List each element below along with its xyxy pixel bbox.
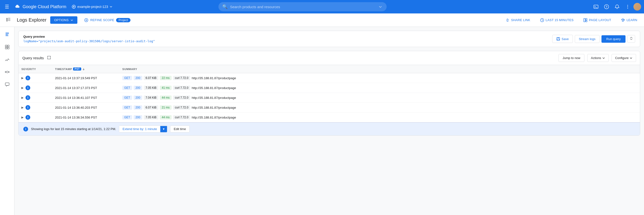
- size-badge: 7.05 KiB: [144, 115, 158, 120]
- row-expand-icon[interactable]: ▶: [22, 96, 24, 99]
- timestamp-cell: 2021-01-14 13:36:41.107 PST: [52, 93, 120, 103]
- method-badge: GET: [122, 105, 132, 110]
- top-nav-actions: [591, 2, 641, 11]
- status-badge: 200: [134, 115, 142, 120]
- info-icon: i: [26, 115, 30, 120]
- row-expand-icon[interactable]: ▶: [22, 76, 24, 80]
- jump-to-now-button[interactable]: Jump to now: [558, 54, 584, 62]
- row-expand-icon[interactable]: ▶: [22, 86, 24, 89]
- col-summary: SUMMARY: [120, 65, 640, 73]
- timestamp-cell: 2021-01-14 13:37:17.373 PST: [52, 83, 120, 93]
- row-expand-icon[interactable]: ▶: [22, 116, 24, 119]
- summary-cell: GET 200 7.05 KiB 41 ms curl 7.72.0 http:…: [120, 83, 640, 93]
- options-button[interactable]: OPTIONS: [50, 16, 77, 24]
- timezone-badge[interactable]: PST: [73, 67, 81, 71]
- search-icon: 🔍: [222, 4, 228, 9]
- extend-time-button[interactable]: Extend time by: 1 minute ▼: [119, 126, 167, 132]
- url-value: http://35.188.81.87/productpage: [192, 106, 236, 109]
- terminal-icon: [593, 4, 598, 9]
- svg-point-7: [627, 8, 628, 9]
- results-header: Query results Jump to now Actions: [18, 51, 640, 65]
- expand-query-button[interactable]: [628, 35, 635, 43]
- share-link-button[interactable]: SHARE LINK: [502, 16, 533, 24]
- avatar[interactable]: [634, 3, 641, 10]
- sidebar-item-trace[interactable]: [2, 66, 13, 78]
- project-badge: Project: [116, 18, 130, 22]
- svg-point-5: [627, 5, 628, 6]
- method-badge: GET: [122, 86, 132, 90]
- page-layout-button[interactable]: PAGE LAYOUT: [580, 16, 614, 24]
- more-menu-button[interactable]: [623, 2, 632, 11]
- refine-scope-button[interactable]: REFINE SCOPE Project: [81, 16, 133, 24]
- size-badge: 7.04 KiB: [144, 95, 158, 100]
- size-badge: 6.07 KiB: [144, 105, 158, 110]
- svg-point-6: [627, 6, 628, 7]
- extend-time-arrow-button[interactable]: ▼: [160, 126, 167, 132]
- sidebar-item-messages[interactable]: [2, 79, 13, 90]
- status-badge: 200: [134, 95, 142, 100]
- notifications-button[interactable]: [612, 2, 622, 11]
- status-badge: 200: [134, 76, 142, 80]
- more-vert-icon: [625, 4, 630, 9]
- expand-results-icon[interactable]: [46, 55, 52, 61]
- sidebar: [0, 27, 14, 215]
- summary-cell: GET 200 6.07 KiB 22 ms curl 7.72.0 http:…: [120, 73, 640, 83]
- table-header: SEVERITY TIMESTAMP PST: [18, 65, 640, 73]
- severity-cell: ▶ i: [18, 83, 52, 93]
- terminal-button[interactable]: [591, 2, 601, 11]
- table-row[interactable]: ▶ i 2021-01-14 13:36:41.107 PST GET 200 …: [18, 93, 640, 103]
- timestamp-value: 2021-01-14 13:36:34.556 PST: [55, 116, 97, 119]
- search-expand-icon: [378, 4, 383, 9]
- edit-time-button[interactable]: Edit time: [170, 126, 190, 132]
- last-15-minutes-button[interactable]: LAST 15 MINUTES: [537, 16, 576, 24]
- bell-icon: [614, 4, 620, 9]
- svg-rect-9: [8, 18, 10, 18]
- query-preview-card: Query preview logName="projects/asm-audi…: [18, 31, 640, 47]
- actions-dropdown-button[interactable]: Actions: [587, 54, 609, 62]
- log-table: SEVERITY TIMESTAMP PST: [18, 65, 640, 122]
- table-row[interactable]: ▶ i 2021-01-14 13:37:17.373 PST GET 200 …: [18, 83, 640, 93]
- actions-chevron-icon: [602, 57, 605, 59]
- table-row[interactable]: ▶ i 2021-01-14 13:36:34.556 PST GET 200 …: [18, 113, 640, 122]
- sidebar-item-metrics[interactable]: [2, 54, 13, 65]
- extend-time-main-button[interactable]: Extend time by: 1 minute: [119, 126, 160, 132]
- svg-rect-19: [6, 33, 9, 33]
- table-row[interactable]: ▶ i 2021-01-14 13:37:19.549 PST GET 200 …: [18, 73, 640, 83]
- table-body: ▶ i 2021-01-14 13:37:19.549 PST GET 200 …: [18, 73, 640, 122]
- time-badge: 44 ms: [160, 115, 172, 120]
- configure-dropdown-button[interactable]: Configure: [612, 54, 636, 62]
- time-badge: 44 ms: [160, 95, 172, 100]
- refine-scope-icon: [84, 18, 88, 22]
- help-button[interactable]: [602, 2, 611, 11]
- sidebar-item-dashboard[interactable]: [2, 41, 13, 53]
- row-expand-icon[interactable]: ▶: [22, 106, 24, 109]
- query-preview-label: Query preview: [23, 35, 548, 38]
- method-badge: GET: [122, 95, 132, 100]
- results-card: Query results Jump to now Actions: [18, 51, 640, 136]
- page-title: Logs Explorer: [17, 17, 46, 23]
- info-icon: i: [26, 95, 30, 100]
- size-badge: 7.05 KiB: [144, 86, 158, 90]
- search-bar[interactable]: 🔍 Search products and resources: [218, 2, 387, 11]
- save-button[interactable]: Save: [552, 35, 573, 43]
- svg-rect-23: [5, 45, 7, 47]
- severity-cell: ▶ i: [18, 93, 52, 103]
- curl-badge: curl 7.72.0: [173, 86, 190, 90]
- query-preview-content: Query preview logName="projects/asm-audi…: [23, 35, 548, 43]
- table-row[interactable]: ▶ i 2021-01-14 13:36:40.203 PST GET 200 …: [18, 103, 640, 113]
- svg-rect-20: [6, 34, 9, 34]
- curl-badge: curl 7.72.0: [173, 95, 190, 100]
- time-badge: 41 ms: [160, 86, 172, 90]
- sidebar-toggle-icon[interactable]: [4, 15, 13, 25]
- learn-button[interactable]: LEARN: [618, 16, 640, 24]
- project-icon: [72, 4, 76, 9]
- url-value: http://35.188.81.87/productpage: [192, 76, 236, 80]
- run-query-button[interactable]: Run query: [602, 35, 626, 43]
- stream-logs-button[interactable]: Stream logs: [575, 35, 600, 43]
- app-name: Google Cloud Platform: [22, 4, 66, 9]
- severity-cell: ▶ i: [18, 103, 52, 113]
- hamburger-menu-icon[interactable]: ☰: [3, 2, 11, 11]
- project-selector[interactable]: example-project-123: [69, 3, 115, 10]
- sidebar-item-logs[interactable]: [2, 29, 13, 40]
- options-chevron-icon: [70, 18, 74, 22]
